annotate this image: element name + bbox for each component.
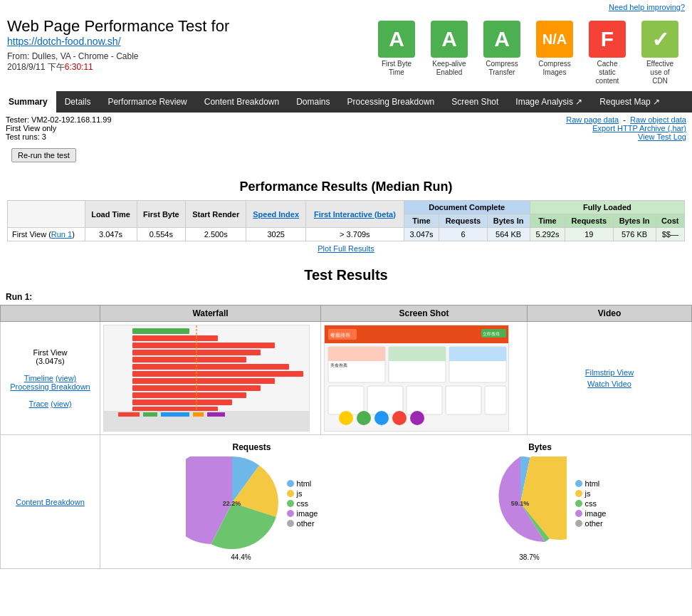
bytes-chart-body: 59.1% html xyxy=(474,456,607,550)
bytes-chart-title: Bytes xyxy=(474,442,607,452)
legend-html: html xyxy=(287,479,318,488)
results-th-empty xyxy=(1,306,100,322)
speed-index-header[interactable]: Speed Index xyxy=(253,210,299,219)
watch-video-link[interactable]: Watch Video xyxy=(533,380,686,388)
page-url[interactable]: https://dotch-food.now.sh/ xyxy=(7,36,121,47)
bytes-outer-label: 38.7% xyxy=(453,553,607,561)
row-label: First View (Run 1) xyxy=(8,228,85,241)
loaded-requests-header: Requests xyxy=(565,214,613,228)
grade-compress-images: N/A CompressImages xyxy=(530,21,580,77)
waterfall-svg xyxy=(104,325,310,432)
grade-box-first-byte[interactable]: A xyxy=(378,21,415,58)
grade-box-cdn[interactable]: ✓ xyxy=(641,21,678,58)
first-interactive-value: > 3.709s xyxy=(306,228,404,241)
waterfall-chart[interactable] xyxy=(103,325,310,432)
nav-details[interactable]: Details xyxy=(56,91,100,113)
bytes-css-dot xyxy=(575,500,582,507)
bytes-legend-js: js xyxy=(575,489,607,498)
plot-full-results: Plot Full Results xyxy=(7,241,685,256)
screenshot-svg: 餐廳搜尋 立即搜尋 美食推薦 xyxy=(325,325,509,432)
svg-point-42 xyxy=(410,411,424,425)
grade-box-cache-static[interactable]: F xyxy=(589,21,626,58)
doc-time-header: Time xyxy=(404,214,439,228)
processing-breakdown-link[interactable]: Processing Breakdown xyxy=(10,382,90,391)
svg-point-41 xyxy=(392,411,407,425)
svg-rect-27 xyxy=(328,347,385,361)
bytes-other-dot xyxy=(575,520,582,527)
info-right: Raw page data - Raw object data Export H… xyxy=(566,115,686,141)
export-har-link[interactable]: Export HTTP Archive (.har) xyxy=(592,124,686,132)
first-byte-value: 0.554s xyxy=(137,228,186,241)
svg-point-38 xyxy=(339,411,353,425)
run1-link[interactable]: Run 1 xyxy=(51,230,72,239)
nav-screen-shot[interactable]: Screen Shot xyxy=(443,91,507,113)
nav-summary[interactable]: Summary xyxy=(0,91,56,113)
grade-cdn: ✓ Effectiveuse ofCDN xyxy=(635,21,685,85)
filmstrip-view-link[interactable]: Filmstrip View xyxy=(533,368,686,377)
grade-box-keepalive[interactable]: A xyxy=(431,21,468,58)
nav-content-breakdown[interactable]: Content Breakdown xyxy=(196,91,288,113)
bytes-legend-image: image xyxy=(575,509,607,518)
timeline-link[interactable]: Timeline xyxy=(24,374,53,382)
help-link[interactable]: Need help improving? xyxy=(609,3,685,11)
loaded-cost-value: $$— xyxy=(656,228,684,241)
nav-processing-breakdown[interactable]: Processing Breakdown xyxy=(339,91,444,113)
waterfall-cell xyxy=(100,322,321,435)
timeline-view-link[interactable]: (view) xyxy=(56,374,76,382)
svg-rect-36 xyxy=(446,386,481,414)
content-breakdown-link[interactable]: Content Breakdown xyxy=(16,498,85,506)
bytes-image-label: image xyxy=(585,509,607,518)
js-dot xyxy=(287,490,294,497)
screenshot-image[interactable]: 餐廳搜尋 立即搜尋 美食推薦 xyxy=(324,325,509,432)
bytes-pie: 59.1% xyxy=(474,456,567,550)
raw-page-data-link[interactable]: Raw page data xyxy=(566,115,619,124)
from-info: From: Dulles, VA - Chrome - Cable 2018/9… xyxy=(7,51,372,73)
content-breakdown-label-cell: Content Breakdown xyxy=(1,435,100,569)
svg-rect-17 xyxy=(161,412,189,417)
perf-table-wrap: Load Time First Byte Start Render Speed … xyxy=(7,200,685,256)
svg-rect-34 xyxy=(367,386,403,414)
bytes-legend-html: html xyxy=(575,479,607,488)
nav-performance-review[interactable]: Performance Review xyxy=(99,91,195,113)
svg-rect-18 xyxy=(193,412,204,417)
bytes-pie-label: 59.1% xyxy=(511,500,530,507)
html-dot xyxy=(287,480,294,487)
bytes-other-label: other xyxy=(585,519,603,528)
html-label: html xyxy=(297,479,312,488)
test-runs: Test runs: 3 xyxy=(6,132,112,141)
nav-request-map[interactable]: Request Map ↗ xyxy=(591,91,669,113)
start-render-value: 2.500s xyxy=(186,228,246,241)
page-title: Web Page Performance Test for xyxy=(7,17,372,36)
trace-link[interactable]: Trace xyxy=(28,400,48,408)
nav-domains[interactable]: Domains xyxy=(288,91,338,113)
first-interactive-header[interactable]: First Interactive (beta) xyxy=(314,210,396,219)
grade-compress-transfer: A CompressTransfer xyxy=(477,21,527,77)
svg-rect-7 xyxy=(132,371,303,377)
loaded-time-header: Time xyxy=(530,214,565,228)
raw-object-data-link[interactable]: Raw object data xyxy=(630,115,686,124)
rerun-button[interactable]: Re-run the test xyxy=(11,148,76,162)
requests-pie: 22.2% xyxy=(186,456,278,550)
tester-info: Tester: VM2-02-192.168.11.99 xyxy=(6,115,112,124)
grades-area: A First ByteTime A Keep-aliveEnabled A C… xyxy=(372,17,685,85)
view-test-log-link[interactable]: View Test Log xyxy=(638,132,686,141)
requests-outer-label: 44.4% xyxy=(164,553,318,561)
svg-rect-10 xyxy=(132,392,246,398)
table-row: First View (Run 1) 3.047s 0.554s 2.500s … xyxy=(8,228,685,241)
svg-rect-5 xyxy=(132,357,246,362)
svg-rect-1 xyxy=(132,328,189,334)
plot-full-results-link[interactable]: Plot Full Results xyxy=(318,244,374,253)
loaded-bytes-header: Bytes In xyxy=(613,214,656,228)
grade-box-compress-transfer[interactable]: A xyxy=(483,21,520,58)
loaded-bytes-value: 576 KB xyxy=(613,228,656,241)
results-table: Waterfall Screen Shot Video First View(3… xyxy=(0,305,692,569)
svg-rect-33 xyxy=(328,386,364,414)
nav-image-analysis[interactable]: Image Analysis ↗ xyxy=(507,91,591,113)
trace-view-link[interactable]: (view) xyxy=(51,400,71,408)
other-dot xyxy=(287,520,294,527)
loaded-requests-value: 19 xyxy=(565,228,613,241)
screenshot-cell: 餐廳搜尋 立即搜尋 美食推薦 xyxy=(321,322,528,435)
grade-box-compress-images[interactable]: N/A xyxy=(536,21,573,58)
bytes-html-label: html xyxy=(585,479,600,488)
doc-complete-header: Document Complete xyxy=(404,201,530,214)
